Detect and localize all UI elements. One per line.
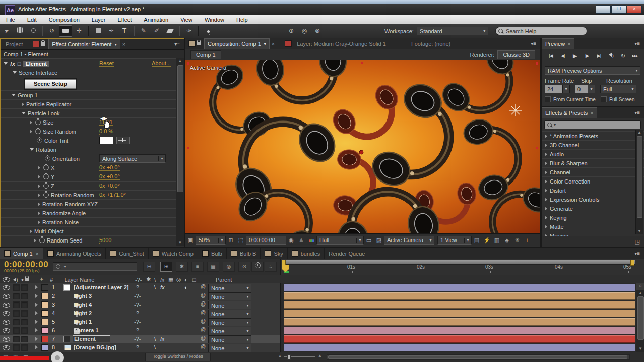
layer-row-8[interactable]: 8 [Orange BG.jpg] -?- \ @ None▾ bbox=[0, 343, 280, 352]
expander-icon[interactable] bbox=[13, 71, 17, 74]
label-swatch[interactable] bbox=[41, 310, 48, 317]
search-help-input[interactable]: Search Help bbox=[495, 27, 587, 35]
solo-cell[interactable] bbox=[21, 310, 28, 317]
tab-comp-1[interactable]: Comp 1× bbox=[0, 248, 43, 259]
tab-project[interactable]: Project bbox=[1, 39, 28, 49]
label-swatch[interactable] bbox=[41, 344, 48, 351]
solo-cell[interactable] bbox=[21, 327, 28, 334]
menu-layer[interactable]: Layer bbox=[86, 17, 112, 23]
shy-switch[interactable]: -?- bbox=[134, 344, 141, 350]
expander-icon[interactable] bbox=[38, 220, 40, 224]
expander-icon[interactable] bbox=[30, 120, 32, 125]
parent-dropdown[interactable]: None▾ bbox=[208, 310, 251, 318]
parent-pickwhip-icon[interactable]: @ bbox=[201, 335, 206, 341]
eye-icon[interactable] bbox=[3, 285, 10, 290]
expander-icon[interactable] bbox=[545, 134, 547, 138]
search-options-icon[interactable]: ▾ bbox=[554, 123, 556, 127]
y-rotation-value[interactable]: 0x +0.0° bbox=[99, 173, 120, 180]
tab-animating-objects[interactable]: Animating Objects bbox=[43, 248, 106, 259]
solo-cell[interactable] bbox=[21, 319, 28, 325]
expander-icon[interactable] bbox=[35, 320, 38, 324]
auto-keyframe-icon[interactable] bbox=[251, 262, 264, 272]
tab-bulb-b[interactable]: Bulb B bbox=[227, 248, 261, 259]
axis-mode-view[interactable]: ⊗ bbox=[311, 26, 324, 36]
category-generate[interactable]: Generate bbox=[542, 204, 644, 213]
parent-dropdown[interactable]: None▾ bbox=[208, 344, 251, 352]
category-color-correction[interactable]: Color Correction bbox=[542, 176, 644, 186]
effect-header-row[interactable]: fx □ Element Reset About... bbox=[1, 58, 184, 68]
camera-view-dropdown[interactable]: Active Camera▾ bbox=[384, 236, 434, 245]
timeline-button-icon[interactable]: ▤ bbox=[472, 237, 482, 244]
effect-row-color-tint[interactable]: Color Tint bbox=[1, 136, 184, 145]
previous-frame-button[interactable]: ◀| bbox=[558, 52, 568, 61]
quality-column-icon[interactable]: \ bbox=[154, 277, 156, 283]
expander-icon[interactable] bbox=[35, 303, 38, 307]
expander-icon[interactable] bbox=[35, 337, 38, 341]
panel-menu-icon[interactable]: ▾≡ bbox=[630, 107, 644, 118]
shy-column-icon[interactable]: -?- bbox=[135, 277, 142, 283]
parent-column-label[interactable]: Parent bbox=[216, 277, 232, 283]
expander-icon[interactable] bbox=[545, 143, 547, 147]
last-frame-button[interactable]: ▶| bbox=[594, 52, 604, 61]
skip-dropdown[interactable]: 0▾ bbox=[575, 85, 595, 93]
label-swatch[interactable] bbox=[41, 301, 48, 308]
parent-pickwhip-icon[interactable]: @ bbox=[201, 301, 206, 307]
full-screen-checkbox[interactable] bbox=[601, 96, 607, 102]
show-snapshot-icon[interactable]: ♟ bbox=[296, 237, 306, 244]
effect-row-z[interactable]: Z 0x +0.0° bbox=[1, 181, 184, 190]
solo-cell[interactable] bbox=[21, 293, 28, 299]
category-audio[interactable]: Audio bbox=[542, 149, 644, 158]
category-animation-presets[interactable]: * Animation Presets bbox=[542, 131, 644, 140]
histogram-icon[interactable]: ▥ bbox=[492, 237, 502, 244]
composition-mini-flowchart-icon[interactable]: ⊟ bbox=[143, 262, 155, 272]
menu-edit[interactable]: Edit bbox=[21, 17, 43, 23]
tab-sky[interactable]: Sky bbox=[261, 248, 287, 259]
mask-visibility-icon[interactable]: ⬚ bbox=[236, 237, 246, 244]
resolution-dropdown[interactable]: Full▾ bbox=[600, 85, 636, 93]
from-current-time-checkbox[interactable] bbox=[545, 96, 551, 102]
solo-cell[interactable] bbox=[21, 301, 28, 308]
tab-close-icon[interactable]: × bbox=[120, 39, 127, 49]
close-button[interactable]: × bbox=[627, 5, 642, 14]
expander-icon[interactable] bbox=[30, 148, 34, 151]
layer-bar-6[interactable] bbox=[284, 327, 635, 334]
audio-cell[interactable] bbox=[13, 336, 20, 342]
adjustment-column-icon[interactable]: ◐ bbox=[184, 277, 188, 283]
expander-icon[interactable] bbox=[12, 94, 16, 96]
expander-icon[interactable] bbox=[35, 294, 38, 298]
effect-row-size-random[interactable]: Size Random 0.0 % bbox=[1, 127, 184, 136]
lock-icon[interactable] bbox=[41, 42, 45, 46]
snapshot-icon[interactable]: ◉ bbox=[286, 237, 296, 244]
eye-icon[interactable] bbox=[3, 320, 10, 325]
stopwatch-icon[interactable] bbox=[43, 174, 49, 179]
expander-icon[interactable] bbox=[545, 216, 547, 220]
minimize-button[interactable]: — bbox=[596, 5, 611, 14]
audio-column-icon[interactable]: ) bbox=[13, 277, 18, 283]
hand-tool[interactable] bbox=[14, 26, 26, 36]
axis-mode-local[interactable]: ⊕ bbox=[285, 26, 297, 36]
color-swatch[interactable] bbox=[99, 137, 113, 144]
expander-icon[interactable] bbox=[22, 112, 26, 114]
layer-handle[interactable] bbox=[187, 147, 189, 149]
fx-column-icon[interactable]: fx bbox=[160, 277, 165, 283]
parent-pickwhip-icon[interactable]: @ bbox=[201, 310, 206, 315]
stopwatch-icon[interactable] bbox=[39, 237, 45, 243]
shy-switch[interactable]: -?- bbox=[134, 336, 141, 342]
always-preview-icon[interactable]: ▣ bbox=[185, 237, 196, 244]
parent-dropdown[interactable]: None▾ bbox=[208, 335, 251, 344]
expander-icon[interactable] bbox=[30, 130, 32, 134]
expander-icon[interactable] bbox=[545, 179, 547, 184]
loop-button[interactable]: ↻ bbox=[618, 52, 628, 61]
quality-switch[interactable]: \ bbox=[154, 344, 156, 350]
parent-dropdown[interactable]: None▾ bbox=[208, 292, 251, 301]
expander-icon[interactable] bbox=[545, 207, 547, 211]
tab-bundles[interactable]: bundles bbox=[288, 248, 325, 259]
layer-handle[interactable] bbox=[536, 62, 538, 65]
layer-row-7-selected[interactable]: 7 Element -?- \ fx @ None▾ bbox=[0, 335, 280, 344]
ram-preview-button[interactable]: ▸▸▸ bbox=[630, 52, 640, 61]
rotate-tool[interactable]: ↺ bbox=[46, 26, 58, 36]
region-of-interest-icon[interactable]: ▭ bbox=[364, 237, 374, 244]
new-panel-icon[interactable]: ◳ bbox=[635, 238, 640, 245]
scroll-up-icon[interactable]: ▲ bbox=[636, 130, 643, 136]
roto-brush-tool[interactable]: ✑ bbox=[183, 26, 195, 36]
